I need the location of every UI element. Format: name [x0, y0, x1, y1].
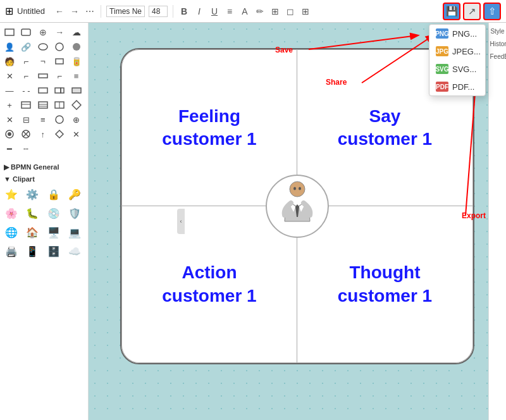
more-button[interactable]: ⋯ — [84, 6, 96, 17]
clipart-cloud[interactable]: ☁️ — [66, 242, 83, 260]
sidebar-section-clipart[interactable]: ▼ Clipart — [3, 175, 85, 183]
shape-rect-sm[interactable] — [52, 54, 66, 68]
shape-rect7[interactable] — [19, 98, 33, 112]
shape-diamond[interactable] — [70, 98, 83, 112]
shape-arrow2[interactable]: ↑ — [36, 127, 50, 141]
bold-button[interactable]: B — [178, 6, 190, 17]
format-button[interactable]: A — [239, 6, 250, 17]
shape-plus2[interactable]: + — [3, 98, 16, 112]
clipart-laptop[interactable]: 💻 — [66, 223, 83, 241]
font-size-input[interactable]: 48 — [149, 6, 168, 17]
shape-rect2[interactable] — [19, 25, 33, 39]
shape-bull[interactable] — [3, 127, 16, 141]
table-button[interactable]: ⊞ — [300, 6, 311, 17]
shape-rect8[interactable] — [36, 98, 50, 112]
feeling-cell[interactable]: Feeling customer 1 — [121, 49, 297, 206]
sidebar-section-bpmn[interactable]: ▶ BPMN General — [3, 163, 85, 171]
shape-rect4[interactable] — [36, 83, 50, 97]
clipart-monitor[interactable]: 🖥️ — [45, 223, 63, 241]
align-button[interactable]: ≡ — [224, 6, 235, 17]
export-pdf-item[interactable]: PDF PDF... — [429, 78, 485, 96]
feedback-panel-button[interactable]: FeedBac — [490, 53, 505, 61]
export-png-item[interactable]: PNG PNG... — [429, 25, 485, 42]
clipart-star[interactable]: ⭐ — [3, 185, 20, 203]
clipart-disk[interactable]: 💿 — [45, 204, 63, 222]
svg-marker-18 — [72, 101, 81, 109]
clipart-server[interactable]: 🗄️ — [45, 242, 63, 260]
clipart-phone[interactable]: 📱 — [23, 242, 41, 260]
shape-lines[interactable]: ≡ — [70, 69, 83, 83]
shape-rect5[interactable] — [52, 83, 66, 97]
svg-marker-25 — [56, 130, 63, 138]
shape-rect9[interactable] — [52, 98, 66, 112]
shape-circle[interactable] — [52, 40, 66, 54]
export-button[interactable]: ⇧ — [483, 3, 501, 20]
export-jpeg-label: JPEG... — [452, 47, 481, 56]
shape-circle-x[interactable] — [19, 127, 33, 141]
clipart-flower[interactable]: 🌸 — [3, 204, 20, 222]
link-button[interactable]: ⊞ — [269, 6, 281, 17]
thought-cell[interactable]: Thought customer 1 — [297, 206, 473, 363]
underline-button[interactable]: U — [209, 6, 220, 17]
clipart-house[interactable]: 🏠 — [23, 223, 41, 241]
shape-filled-circle[interactable] — [70, 40, 83, 54]
svg-rect-10 — [72, 88, 81, 93]
save-button[interactable]: 💾 — [443, 3, 460, 20]
undo-button[interactable]: ← — [54, 6, 65, 17]
shape-cloud[interactable]: ☁ — [70, 25, 83, 39]
shape-dash3[interactable]: ╌ — [19, 142, 33, 156]
italic-button[interactable]: I — [194, 6, 205, 17]
shape-lines3[interactable]: ≡ — [36, 113, 50, 127]
shape-bracket2[interactable]: ⌐ — [52, 69, 66, 83]
history-panel-button[interactable]: History — [490, 40, 505, 48]
feeling-label: Feeling customer 1 — [162, 105, 256, 151]
pencil-button[interactable]: ✏ — [254, 6, 266, 17]
clipart-printer[interactable]: 🖨️ — [3, 242, 20, 260]
shape-corner[interactable]: ⌐ — [19, 69, 33, 83]
shape-cross[interactable]: ✕ — [70, 127, 83, 141]
shape-x2[interactable]: ✕ — [3, 113, 16, 127]
clear-format-button[interactable]: ◻ — [285, 6, 296, 17]
shape-lines2[interactable]: ⊟ — [19, 113, 33, 127]
shape-bracket-r[interactable]: ¬ — [36, 54, 50, 68]
clipart-key[interactable]: 🔑 — [66, 185, 83, 203]
style-panel-button[interactable]: Style — [490, 28, 505, 35]
export-png-label: PNG... — [452, 29, 477, 39]
shape-plus[interactable]: ⊕ — [36, 25, 50, 39]
shape-ellipse[interactable] — [36, 40, 50, 54]
shape-dash[interactable]: — — [3, 83, 16, 97]
export-jpeg-item[interactable]: JPG JPEG... — [429, 42, 485, 60]
shape-dash2[interactable]: - - — [19, 83, 33, 97]
shape-x[interactable]: ✕ — [3, 69, 16, 83]
sidebar-collapse-handle[interactable]: ‹ — [177, 209, 185, 234]
shape-rect6[interactable] — [70, 83, 83, 97]
shape-cylinder[interactable]: 🥫 — [70, 54, 83, 68]
clipart-globe[interactable]: 🌐 — [3, 223, 20, 241]
shape-dots[interactable]: ⊕ — [70, 113, 83, 127]
shape-diamond2[interactable] — [52, 127, 66, 141]
clipart-bug[interactable]: 🐛 — [23, 204, 41, 222]
shape-person[interactable]: 👤 — [3, 40, 16, 54]
shape-bracket-l[interactable]: ⌐ — [19, 54, 33, 68]
empathy-map-outer: Feeling customer 1 Say customer 1 Action… — [120, 48, 474, 364]
shape-link[interactable]: 🔗 — [19, 40, 33, 54]
clipart-lock[interactable]: 🔒 — [45, 185, 63, 203]
svg-point-26 — [290, 182, 305, 197]
share-button[interactable]: ↗ — [463, 3, 481, 20]
shape-rect3[interactable] — [36, 69, 50, 83]
action-cell[interactable]: Action customer 1 — [121, 206, 297, 363]
shape-person2[interactable]: 🧑 — [3, 54, 16, 68]
font-family-selector[interactable]: Times Ne — [106, 6, 145, 17]
svg-point-27 — [293, 187, 296, 190]
shape-rect[interactable] — [3, 25, 16, 39]
jpeg-icon: JPG — [436, 46, 448, 56]
clipart-gear[interactable]: ⚙️ — [23, 185, 41, 203]
shape-arrow[interactable]: → — [52, 25, 66, 39]
clipart-shield[interactable]: 🛡️ — [66, 204, 83, 222]
sep1 — [101, 5, 101, 18]
shape-circle2[interactable] — [52, 113, 66, 127]
redo-button[interactable]: → — [69, 6, 80, 17]
shape-lines4[interactable]: ━ — [3, 142, 16, 156]
export-svg-item[interactable]: SVG SVG... — [429, 60, 485, 78]
svg-point-4 — [73, 43, 80, 51]
